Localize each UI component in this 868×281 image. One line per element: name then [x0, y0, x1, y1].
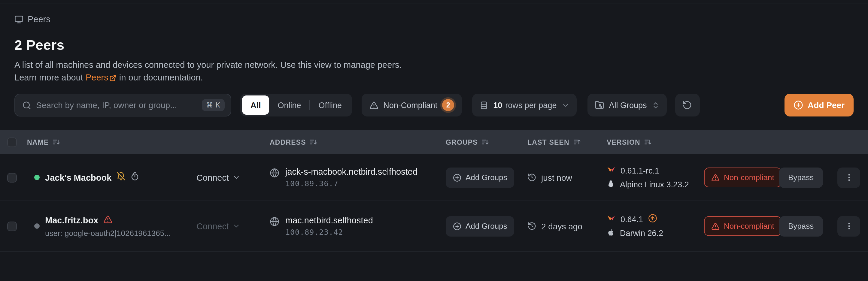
bypass-cell: Bypass — [779, 216, 837, 236]
bypass-button[interactable]: Bypass — [779, 216, 823, 236]
peer-owner: user: google-oauth2|10261961365... — [45, 228, 171, 238]
sort-desc-icon — [310, 138, 317, 146]
warning-triangle-icon — [369, 100, 378, 110]
kebab-menu-icon — [844, 173, 853, 182]
apple-icon — [607, 228, 615, 238]
version-line: 0.64.1 — [607, 214, 704, 224]
row-checkbox[interactable] — [7, 173, 17, 182]
plus-circle-icon — [453, 173, 461, 182]
connect-dropdown[interactable]: Connect — [196, 173, 240, 182]
row-checkbox[interactable] — [7, 221, 17, 231]
add-groups-button[interactable]: Add Groups — [446, 167, 515, 188]
rows-per-page-label: rows per page — [505, 100, 557, 110]
non-compliant-badge[interactable]: Non-compliant — [704, 167, 781, 187]
last-seen-value: just now — [541, 173, 572, 182]
peer-name[interactable]: Mac.fritz.box — [45, 216, 98, 225]
status-filter-tabs: All Online Offline — [240, 94, 352, 117]
non-compliant-badge[interactable]: Non-compliant — [704, 216, 781, 236]
column-label-address: ADDRESS — [270, 138, 306, 146]
column-header-groups[interactable]: GROUPS — [446, 138, 524, 146]
compliance-cell: Non-compliant — [704, 167, 779, 187]
address-lines: jack-s-macbook.netbird.selfhosted 100.89… — [285, 167, 417, 188]
chevrons-up-down-icon — [652, 101, 659, 109]
rows-per-page-select[interactable]: 10 rows per page — [472, 94, 576, 117]
peers-table: NAME ADDRESS GROUPS LAST SEEN VERSION — [0, 130, 868, 252]
column-label-last-seen: LAST SEEN — [527, 138, 569, 146]
folder-groups-icon — [594, 100, 604, 110]
groups-cell: Add Groups — [446, 216, 524, 236]
search-input[interactable] — [31, 100, 202, 110]
search-shortcut-badge: ⌘ K — [202, 99, 225, 111]
non-compliant-filter-label: Non-Compliant — [383, 100, 437, 110]
monitor-icon — [14, 15, 24, 24]
row-checkbox-cell — [0, 221, 26, 231]
tab-all[interactable]: All — [242, 95, 270, 115]
name-lines: Mac.fritz.box user: google-oauth2|102619… — [45, 215, 171, 238]
non-compliant-count-badge: 2 — [442, 99, 454, 111]
breadcrumb[interactable]: Peers — [0, 4, 868, 24]
plus-circle-icon — [793, 100, 803, 110]
history-clock-icon — [527, 222, 536, 230]
add-groups-button[interactable]: Add Groups — [446, 216, 515, 236]
kebab-menu-icon — [844, 222, 853, 230]
sort-asc-icon — [573, 138, 581, 146]
page-description: A list of all machines and devices conne… — [0, 54, 868, 85]
version-cell: 0.61.1-rc.1 Alpine Linux 3.23.2 — [606, 165, 704, 190]
refresh-button[interactable] — [675, 94, 700, 117]
peer-name-row: Mac.fritz.box — [45, 215, 171, 226]
plus-circle-icon — [453, 222, 461, 230]
peer-fqdn[interactable]: mac.netbird.selfhosted — [285, 216, 373, 225]
chevron-down-icon — [232, 222, 240, 230]
peer-name[interactable]: Jack's Macbook — [45, 173, 112, 182]
column-label-name: NAME — [27, 138, 49, 146]
tab-online[interactable]: Online — [270, 95, 310, 115]
column-header-name[interactable]: NAME — [26, 138, 267, 146]
update-available-icon[interactable] — [648, 214, 657, 224]
add-groups-label: Add Groups — [466, 173, 507, 182]
row-menu-button[interactable] — [837, 216, 860, 236]
peer-fqdn[interactable]: jack-s-macbook.netbird.selfhosted — [285, 167, 417, 177]
connect-label: Connect — [196, 173, 229, 182]
os-line: Alpine Linux 3.23.2 — [607, 180, 704, 190]
last-seen-cell: 2 days ago — [524, 221, 606, 231]
bypass-button[interactable]: Bypass — [779, 167, 823, 188]
warning-triangle-icon — [711, 222, 720, 230]
groups-filter-select[interactable]: All Groups — [587, 94, 666, 117]
chevron-down-icon — [232, 174, 240, 181]
name-cell: Jack's Macbook Connect — [26, 172, 267, 183]
groups-cell: Add Groups — [446, 167, 524, 188]
address-wrap: mac.netbird.selfhosted 100.89.23.42 — [270, 216, 446, 237]
refresh-icon — [683, 100, 692, 110]
breadcrumb-label: Peers — [28, 14, 51, 24]
search-box[interactable]: ⌘ K — [14, 94, 231, 117]
column-label-version: VERSION — [607, 138, 640, 146]
login-expiration-off-icon[interactable] — [116, 172, 125, 183]
non-compliant-label: Non-compliant — [724, 222, 774, 230]
row-menu-button[interactable] — [837, 167, 860, 188]
address-lines: mac.netbird.selfhosted 100.89.23.42 — [285, 216, 373, 237]
peers-doc-link[interactable]: Peers — [86, 73, 108, 82]
menu-cell — [837, 167, 868, 188]
column-header-last-seen[interactable]: LAST SEEN — [524, 138, 606, 146]
online-status-dot — [34, 175, 40, 180]
external-link-icon — [110, 73, 117, 85]
bypass-cell: Bypass — [779, 167, 837, 188]
add-peer-button[interactable]: Add Peer — [784, 94, 854, 117]
tab-offline[interactable]: Offline — [310, 95, 350, 115]
last-seen-wrap: just now — [527, 173, 606, 182]
menu-cell — [837, 216, 868, 236]
learn-more-prefix: Learn more about — [14, 73, 83, 82]
connect-label: Connect — [196, 221, 229, 231]
select-all-checkbox[interactable] — [7, 137, 17, 147]
column-header-address[interactable]: ADDRESS — [267, 138, 446, 146]
linux-icon — [607, 180, 615, 190]
timer-icon[interactable] — [130, 172, 139, 183]
column-header-version[interactable]: VERSION — [606, 138, 704, 146]
peer-ip[interactable]: 100.89.36.7 — [285, 179, 417, 188]
description-text: A list of all machines and devices conne… — [14, 60, 402, 70]
peer-name-wrap: Jack's Macbook — [26, 172, 196, 183]
non-compliant-filter-button[interactable]: Non-Compliant 2 — [362, 94, 462, 117]
warning-triangle-icon[interactable] — [103, 215, 112, 226]
peer-ip[interactable]: 100.89.23.42 — [285, 227, 373, 237]
os-value: Alpine Linux 3.23.2 — [620, 180, 689, 189]
